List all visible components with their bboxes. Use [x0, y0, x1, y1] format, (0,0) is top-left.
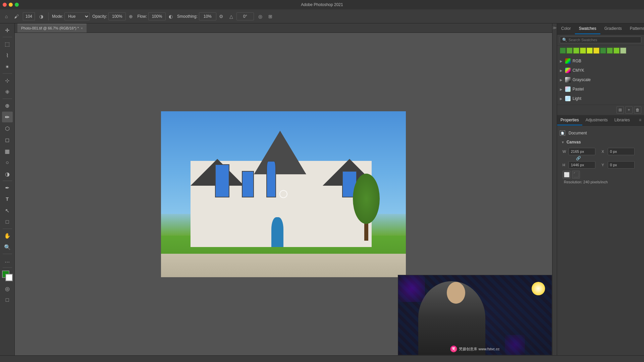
swatch-1[interactable]	[560, 48, 566, 54]
move-tool[interactable]: ✛	[2, 25, 13, 36]
rgb-arrow: ▶	[560, 59, 563, 63]
app-title: Adobe Photoshop 2021	[301, 2, 343, 7]
tab-gradients[interactable]: Gradients	[600, 23, 626, 34]
delete-swatch-btn[interactable]: 🗑	[634, 106, 641, 114]
swatch-8[interactable]	[607, 48, 613, 54]
eraser-tool[interactable]: ◻	[2, 134, 13, 145]
canvas-section-header[interactable]: ▼ Canvas	[560, 138, 641, 146]
panel-collapse-btn[interactable]: ≫	[552, 23, 557, 355]
more-tools[interactable]: …	[2, 255, 13, 266]
brush-size[interactable]: 104	[23, 12, 35, 20]
portrait-btn[interactable]: ⬜	[562, 171, 571, 179]
swatches-search-box: 🔍	[557, 35, 644, 46]
group-pastel[interactable]: ▶ Pastel	[557, 84, 644, 94]
tab-swatches[interactable]: Swatches	[575, 23, 600, 34]
marquee-tool[interactable]: ⬚	[2, 39, 13, 49]
create-group-btn[interactable]: ⊞	[616, 106, 624, 114]
purple-light-left	[398, 275, 425, 302]
doc-close-btn[interactable]: ×	[81, 26, 83, 30]
smoothing-group: Smoothing: 10% ⚙	[177, 12, 225, 20]
link-icon[interactable]: 🔗	[576, 156, 581, 161]
search-input[interactable]	[569, 38, 639, 42]
tablet-icon[interactable]: ⊞	[267, 13, 274, 20]
quick-mask[interactable]: ◎	[2, 283, 13, 294]
swatch-5[interactable]	[587, 48, 593, 54]
mode-select[interactable]: Hue Normal Multiply	[64, 12, 90, 20]
canvas-scroll[interactable]: 梵 梵摄创意库 www.fstvc.cc	[15, 33, 552, 355]
group-grayscale[interactable]: ▶ Grayscale	[557, 75, 644, 84]
door	[271, 217, 284, 247]
tab-patterns[interactable]: Patterns	[626, 23, 644, 34]
group-light[interactable]: ▶ Light	[557, 94, 644, 103]
magic-wand-tool[interactable]: ✴	[2, 61, 13, 72]
flow-icon[interactable]: ◐	[167, 13, 174, 20]
brush-tool-icon[interactable]: 🖌	[13, 13, 20, 20]
pen-tool[interactable]: ✒	[2, 182, 13, 193]
tab-color[interactable]: Color	[557, 23, 575, 34]
shape-tool[interactable]: □	[2, 217, 13, 227]
pressure-icon[interactable]: ◎	[257, 13, 264, 20]
smoothing-icon[interactable]: ⚙	[218, 13, 225, 20]
brush-tool[interactable]: ✏	[2, 112, 13, 122]
screen-mode[interactable]: □	[2, 295, 13, 305]
minimize-button[interactable]	[9, 3, 13, 7]
healing-tool[interactable]: ⊕	[2, 100, 13, 111]
opacity-icon[interactable]: ⊕	[127, 13, 135, 20]
group-rgb[interactable]: ▶ RGB	[557, 56, 644, 66]
swatch-10[interactable]	[620, 48, 626, 54]
smoothing-input[interactable]: 10%	[199, 12, 216, 20]
swatch-groups: ▶ RGB ▶ CMYK ▶ Grayscale ▶	[557, 55, 644, 105]
add-swatch-btn[interactable]: +	[625, 106, 633, 114]
watermark-text: 梵摄创意库 www.fstvc.cc	[459, 347, 499, 352]
y-field[interactable]	[608, 161, 635, 169]
search-input-wrap: 🔍	[560, 37, 641, 43]
swatch-3[interactable]	[573, 48, 579, 54]
angle-icon[interactable]: △	[228, 13, 235, 20]
height-field[interactable]: 1446 px	[569, 161, 595, 169]
landscape-btn[interactable]: ⬛	[572, 171, 580, 179]
tab-adjustments[interactable]: Adjustments	[582, 115, 611, 125]
background-color[interactable]	[5, 274, 13, 281]
close-button[interactable]	[3, 3, 7, 7]
resolution-text: Resolution: 240 pixels/inch	[562, 179, 639, 184]
dodge-tool[interactable]: ◑	[2, 169, 13, 179]
flow-input[interactable]: 100%	[148, 12, 166, 20]
hand-tool[interactable]: ✋	[2, 230, 13, 241]
light-icon	[565, 96, 571, 101]
group-cmyk[interactable]: ▶ CMYK	[557, 66, 644, 75]
angle-input[interactable]: 0°	[236, 12, 254, 20]
properties-close[interactable]: ≡	[636, 115, 644, 125]
swatch-9[interactable]	[613, 48, 620, 54]
swatch-6[interactable]	[593, 48, 599, 54]
video-background: 梵 梵摄创意库 www.fstvc.cc	[398, 275, 552, 355]
type-tool[interactable]: T	[2, 194, 13, 204]
path-tool[interactable]: ↖	[2, 205, 13, 216]
blur-tool[interactable]: ○	[2, 157, 13, 168]
canvas-area: Photo-001.tif @ 66.7% (RGB/16*) * ×	[15, 23, 552, 355]
x-field[interactable]	[608, 148, 635, 155]
status-bar	[0, 355, 644, 362]
eyedropper-tool[interactable]: ⁜	[2, 86, 13, 97]
smoothing-label: Smoothing:	[177, 14, 198, 19]
canvas-properties: W 2165 px X 🔗	[560, 146, 641, 185]
zoom-tool[interactable]: 🔍	[2, 242, 13, 252]
rgb-label: RGB	[573, 59, 581, 63]
gradient-tool[interactable]: ▦	[2, 146, 13, 157]
opacity-input[interactable]: 100%	[108, 12, 126, 20]
tab-properties[interactable]: Properties	[557, 115, 582, 125]
stamp-tool[interactable]: ⬡	[2, 123, 13, 134]
swatch-7[interactable]	[600, 48, 606, 54]
swatch-4[interactable]	[580, 48, 586, 54]
image-mode-row: ⬜ ⬛	[562, 171, 639, 179]
brush-options-icon[interactable]: ◑	[38, 13, 45, 20]
maximize-button[interactable]	[15, 3, 19, 7]
width-field[interactable]: 2165 px	[569, 148, 595, 155]
document-tab[interactable]: Photo-001.tif @ 66.7% (RGB/16*) * ×	[17, 24, 87, 33]
tab-libraries[interactable]: Libraries	[611, 115, 633, 125]
flow-group: Flow: 100% ◐	[137, 12, 174, 20]
lasso-tool[interactable]: ⌇	[2, 50, 13, 61]
swatch-2[interactable]	[567, 48, 573, 54]
roof-center	[254, 131, 306, 174]
home-icon[interactable]: ⌂	[3, 13, 10, 20]
crop-tool[interactable]: ⊹	[2, 75, 13, 86]
